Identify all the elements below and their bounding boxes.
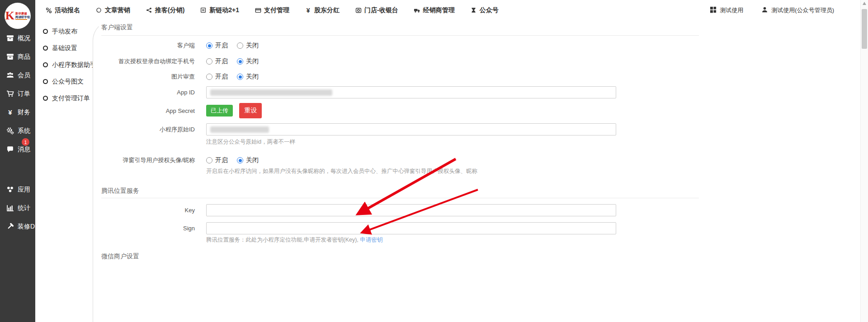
nav-item-payment-management[interactable]: 支付管理 — [255, 6, 289, 14]
client-radio-off[interactable]: 关闭 — [237, 42, 259, 50]
brand-name-line2: 阅读研学馆 — [15, 15, 30, 19]
radio-unchecked-icon — [237, 42, 243, 49]
circle-icon — [43, 29, 48, 34]
gears-icon — [6, 127, 14, 135]
circle-icon — [43, 46, 48, 51]
circle-icon — [95, 7, 102, 14]
person-icon — [761, 6, 768, 14]
apply-key-link[interactable]: 申请密钥 — [360, 237, 382, 243]
scrollbar-up-arrow-icon[interactable] — [863, 2, 866, 5]
admin-app: K 新华康健 阅读研学馆 概况 商品 会员 订单 — [0, 0, 868, 322]
app-id-input[interactable] — [206, 86, 616, 98]
truck-icon — [414, 7, 420, 14]
form-row-popup-guide: 弹窗引导用户授权头像/昵称 开启 关闭 — [93, 153, 259, 168]
section-title-tencent-location: 腾讯位置服务 — [101, 187, 139, 195]
sidebar-item-apps[interactable]: 应用 — [0, 180, 35, 199]
section-title-client-settings: 客户端设置 — [101, 23, 133, 32]
nav-item-shareholder-dividend[interactable]: ¥ 股东分红 — [305, 6, 340, 14]
submenu-item-official-account-articles[interactable]: 公众号图文 — [35, 73, 93, 90]
scrollbar-thumb[interactable] — [862, 9, 867, 49]
bind-phone-radio-group: 开启 关闭 — [206, 57, 259, 65]
client-radio-group: 开启 关闭 — [206, 42, 259, 50]
redacted-value — [210, 89, 332, 96]
redacted-value — [210, 126, 269, 133]
submenu-item-payment-orders[interactable]: 支付管理订单 — [35, 90, 93, 107]
nav-item-test-use[interactable]: 测试使用 — [710, 6, 743, 14]
location-service-note: 腾讯位置服务：此处为小程序定位功能,申请开发者密钥(Key), 申请密钥 — [206, 236, 382, 244]
radio-checked-icon — [237, 58, 243, 65]
nav-item-promoter-distribution[interactable]: 推客(分销) — [146, 6, 184, 14]
sidebar-item-members[interactable]: 会员 — [0, 66, 35, 84]
key-input[interactable] — [206, 204, 616, 216]
section-title-wechat-merchant: 微信商户设置 — [101, 252, 139, 261]
divider — [101, 35, 699, 36]
sidebar-item-overview[interactable]: 概况 — [0, 29, 35, 47]
form-row-client: 客户端 开启 关闭 — [93, 38, 259, 53]
brand-initial: K — [5, 10, 14, 22]
workspace: 手动发布 基础设置 小程序数据助手 公众号图文 支付管理订单 客户端设置 — [35, 20, 868, 322]
form-row-sign: Sign — [93, 222, 616, 234]
link-icon — [45, 7, 52, 14]
bind-phone-radio-on[interactable]: 开启 — [206, 57, 228, 65]
image-review-radio-on[interactable]: 开启 — [206, 73, 228, 81]
image-review-radio-group: 开启 关闭 — [206, 73, 259, 81]
submenu-item-miniprogram-data-assistant[interactable]: 小程序数据助手 — [35, 56, 93, 73]
image-review-radio-off[interactable]: 关闭 — [237, 73, 259, 81]
hammer-icon — [6, 223, 14, 230]
sidebar-nav: 概况 商品 会员 订单 ¥ 财务 系统 — [0, 29, 35, 236]
yen-icon: ¥ — [305, 7, 311, 14]
sidebar-item-decorate-diy[interactable]: 装修DIY — [0, 217, 35, 236]
nav-item-article-marketing[interactable]: 文章营销 — [95, 6, 130, 14]
top-nav-items: 活动报名 文章营销 推客(分销) 新链动2+1 支付管理 ¥ 股东分红 — [35, 6, 499, 14]
chat-icon — [6, 145, 14, 153]
grid-icon — [710, 6, 717, 14]
reset-button[interactable]: 重设 — [239, 103, 262, 118]
hourglass-icon — [470, 7, 477, 14]
stats-icon — [6, 204, 14, 212]
form-row-key: Key — [93, 204, 616, 216]
nav-item-official-account[interactable]: 公众号 — [470, 6, 499, 14]
submenu-item-manual-publish[interactable]: 手动发布 — [35, 23, 93, 40]
radio-checked-icon — [206, 42, 212, 49]
sidebar-item-stats[interactable]: 统计 — [0, 199, 35, 217]
nav-item-account-user[interactable]: 测试使用(公众号管理员) — [761, 6, 834, 14]
brand-logo[interactable]: K 新华康健 阅读研学馆 — [5, 3, 31, 29]
sidebar-item-system[interactable]: 系统 — [0, 121, 35, 140]
sign-input[interactable] — [206, 222, 616, 234]
popup-guide-radio-on[interactable]: 开启 — [206, 156, 228, 164]
top-nav-right: 测试使用 测试使用(公众号管理员) — [710, 0, 834, 20]
form-icon — [200, 7, 207, 14]
radio-checked-icon — [237, 74, 243, 80]
form-row-app-id: App ID — [93, 86, 616, 98]
top-nav: 活动报名 文章营销 推客(分销) 新链动2+1 支付管理 ¥ 股东分红 — [35, 0, 868, 20]
form-row-app-secret: App Secret 已上传 重设 — [93, 103, 262, 118]
popup-guide-radio-group: 开启 关闭 — [206, 156, 259, 164]
radio-unchecked-icon — [206, 74, 212, 80]
form-row-original-id: 小程序原始ID — [93, 123, 616, 135]
uploaded-button[interactable]: 已上传 — [206, 105, 233, 117]
bind-phone-radio-off[interactable]: 关闭 — [237, 57, 259, 65]
sidebar-item-orders[interactable]: 订单 — [0, 84, 35, 103]
vertical-scrollbar[interactable] — [860, 0, 868, 322]
box-icon — [6, 53, 14, 61]
pos-icon — [355, 7, 362, 14]
radio-checked-icon — [237, 157, 243, 163]
yen-icon: ¥ — [6, 108, 14, 116]
client-radio-on[interactable]: 开启 — [206, 42, 228, 50]
nav-item-activity-signup[interactable]: 活动报名 — [45, 6, 80, 14]
box-icon — [6, 34, 14, 42]
nav-item-store-cashier[interactable]: 门店-收银台 — [355, 6, 398, 14]
popup-guide-radio-off[interactable]: 关闭 — [237, 156, 259, 164]
form-row-bind-phone: 首次授权登录自动绑定手机号 开启 关闭 — [93, 54, 259, 69]
nav-item-new-chain-2plus1[interactable]: 新链动2+1 — [200, 6, 239, 14]
radio-unchecked-icon — [206, 157, 212, 163]
sidebar-item-messages[interactable]: 消息 1 — [0, 140, 35, 159]
main-sidebar: K 新华康健 阅读研学馆 概况 商品 会员 订单 — [0, 0, 35, 322]
submenu-item-basic-settings[interactable]: 基础设置 — [35, 40, 93, 56]
circle-icon — [43, 79, 48, 84]
sidebar-item-finance[interactable]: ¥ 财务 — [0, 103, 35, 121]
sidebar-item-products[interactable]: 商品 — [0, 47, 35, 66]
nav-item-dealer-management[interactable]: 经销商管理 — [414, 6, 455, 14]
settings-submenu: 手动发布 基础设置 小程序数据助手 公众号图文 支付管理订单 — [35, 20, 93, 322]
original-id-input[interactable] — [206, 123, 616, 135]
